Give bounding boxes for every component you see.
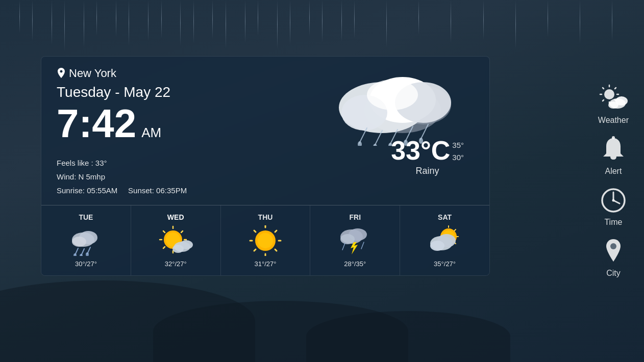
svg-line-48 xyxy=(254,249,256,251)
svg-line-54 xyxy=(361,242,364,249)
temp-high: 35° xyxy=(452,139,464,151)
svg-point-13 xyxy=(373,144,377,146)
sidebar-label-time: Time xyxy=(604,218,622,227)
weather-icon xyxy=(599,84,628,113)
svg-point-12 xyxy=(358,141,362,146)
forecast-temps-sat: 35°/27° xyxy=(405,260,484,268)
svg-line-35 xyxy=(163,247,165,248)
sidebar-item-city[interactable]: City xyxy=(599,237,628,278)
sidebar-item-alert[interactable]: Alert xyxy=(599,135,628,176)
svg-point-80 xyxy=(612,199,614,202)
day-label-thu: THU xyxy=(226,213,305,221)
forecast-icon-sat xyxy=(427,225,463,256)
svg-point-40 xyxy=(258,233,273,248)
day-label-fri: FRI xyxy=(315,213,394,221)
svg-point-38 xyxy=(172,245,184,253)
location-name: New York xyxy=(69,67,116,80)
svg-point-81 xyxy=(610,243,616,249)
forecast-sat: SAT 35°/27° xyxy=(400,205,489,275)
weather-visual: 33°C 35° 30° Rainy xyxy=(280,64,474,182)
svg-line-59 xyxy=(454,229,456,231)
svg-line-72 xyxy=(603,100,604,101)
weather-widget: New York Tuesday - May 22 7:42 AM Feels … xyxy=(41,56,490,276)
sidebar-label-city: City xyxy=(606,269,621,278)
weather-condition: Rainy xyxy=(391,166,464,176)
svg-line-69 xyxy=(603,88,604,89)
sidebar-item-weather[interactable]: Weather xyxy=(598,84,629,125)
forecast-row: TUE 30°/27° WED xyxy=(41,205,489,275)
forecast-temps-thu: 31°/27° xyxy=(226,260,305,268)
alert-icon xyxy=(599,135,628,164)
forecast-icon-fri xyxy=(337,225,373,256)
svg-line-53 xyxy=(342,243,345,250)
svg-line-47 xyxy=(275,230,277,232)
svg-point-51 xyxy=(340,234,355,244)
forecast-temps-fri: 28°/35° xyxy=(315,260,394,268)
day-label-tue: TUE xyxy=(46,213,126,221)
time-icon xyxy=(599,186,628,215)
svg-point-25 xyxy=(86,252,89,256)
sunrise: Sunrise: 05:55AM xyxy=(57,186,117,195)
svg-point-76 xyxy=(612,136,615,139)
sunset: Sunset: 06:35PM xyxy=(128,186,187,195)
temp-range: 35° 30° xyxy=(452,139,464,164)
svg-line-46 xyxy=(275,249,277,251)
main-temperature: 33°C xyxy=(391,135,450,166)
svg-line-32 xyxy=(163,231,165,232)
forecast-tue: TUE 30°/27° xyxy=(41,205,131,275)
forecast-temps-tue: 30°/27° xyxy=(46,260,126,268)
location-pin-icon xyxy=(57,68,66,79)
day-label-wed: WED xyxy=(136,213,215,221)
sidebar-label-weather: Weather xyxy=(598,116,629,125)
forecast-thu: THU 31°/27° xyxy=(221,205,311,275)
sun-times: Sunrise: 05:55AM Sunset: 06:35PM xyxy=(57,184,474,197)
svg-point-64 xyxy=(604,89,614,99)
svg-line-45 xyxy=(254,230,256,232)
time-display: 7:42 xyxy=(57,104,136,143)
temp-low: 30° xyxy=(452,151,464,164)
day-label-sat: SAT xyxy=(405,213,484,221)
forecast-icon-wed xyxy=(158,225,193,256)
svg-point-63 xyxy=(430,241,444,251)
temperature-display: 33°C 35° 30° Rainy xyxy=(391,135,464,176)
forecast-icon-tue xyxy=(68,225,104,256)
svg-marker-52 xyxy=(351,242,358,254)
forecast-temps-wed: 32°/27° xyxy=(136,260,215,268)
ampm-display: AM xyxy=(141,125,161,141)
sidebar-item-time[interactable]: Time xyxy=(599,186,628,227)
svg-line-71 xyxy=(615,88,616,89)
forecast-icon-thu xyxy=(247,225,283,256)
sidebar: Weather Alert Time xyxy=(598,84,629,278)
sidebar-label-alert: Alert xyxy=(605,167,622,176)
svg-point-75 xyxy=(608,101,618,109)
svg-point-6 xyxy=(367,80,418,110)
cloud-illustration xyxy=(321,64,464,146)
city-icon xyxy=(599,237,628,266)
widget-top-section: New York Tuesday - May 22 7:42 AM Feels … xyxy=(41,57,489,205)
svg-line-34 xyxy=(181,231,183,232)
forecast-fri: FRI 28°/35° xyxy=(310,205,400,275)
svg-point-19 xyxy=(72,237,86,247)
forecast-wed: WED xyxy=(131,205,221,275)
